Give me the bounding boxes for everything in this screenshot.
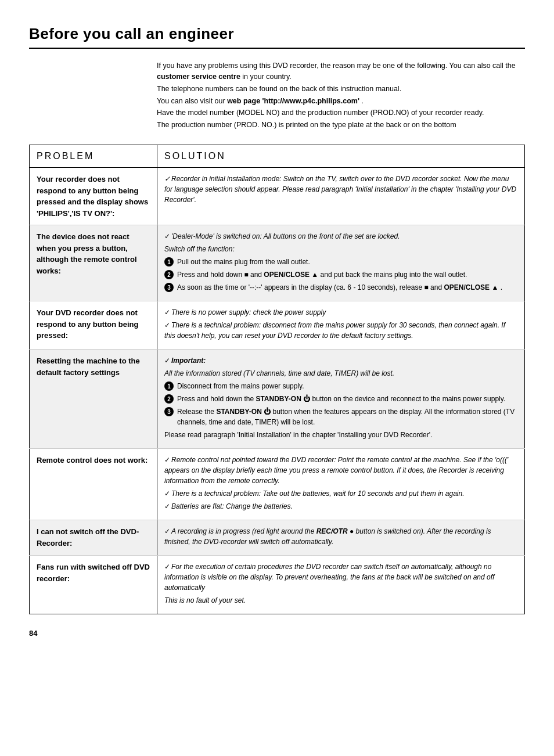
table-row: Fans run with switched off DVD recorder:… bbox=[30, 556, 525, 614]
table-row: The device does not react when you press… bbox=[30, 225, 525, 301]
intro-line-1: If you have any problems using this DVD … bbox=[157, 60, 525, 82]
problem-cell-4: Resetting the machine to the default fac… bbox=[30, 350, 157, 449]
intro-line-3: You can also visit our web page 'http://… bbox=[157, 96, 525, 107]
table-row: I can not switch off the DVD-Recorder: A… bbox=[30, 520, 525, 556]
solution-cell-7: For the execution of certain procedures … bbox=[157, 556, 525, 614]
problem-cell-2: The device does not react when you press… bbox=[30, 225, 157, 301]
solution-cell-3: There is no power supply: check the powe… bbox=[157, 301, 525, 350]
solution-cell-4: Important: All the information stored (T… bbox=[157, 350, 525, 449]
table-row: Resetting the machine to the default fac… bbox=[30, 350, 525, 449]
solution-cell-5: Remote control not pointed toward the DV… bbox=[157, 449, 525, 520]
problem-cell-5: Remote control does not work: bbox=[30, 449, 157, 520]
problem-cell-1: Your recorder does not respond to any bu… bbox=[30, 168, 157, 225]
page-title: Before you call an engineer bbox=[29, 23, 525, 44]
solution-cell-2: 'Dealer-Mode' is switched on: All button… bbox=[157, 225, 525, 301]
title-divider bbox=[29, 48, 525, 49]
intro-section: If you have any problems using this DVD … bbox=[157, 60, 525, 131]
intro-line-4: Have the model number (MODEL NO) and the… bbox=[157, 107, 525, 118]
solution-cell-1: Recorder in initial installation mode: S… bbox=[157, 168, 525, 225]
intro-line-5: The production number (PROD. NO.) is pri… bbox=[157, 120, 525, 131]
table-row: Your DVD recorder does not respond to an… bbox=[30, 301, 525, 350]
problem-cell-7: Fans run with switched off DVD recorder: bbox=[30, 556, 157, 614]
table-row: Remote control does not work: Remote con… bbox=[30, 449, 525, 520]
problem-cell-6: I can not switch off the DVD-Recorder: bbox=[30, 520, 157, 556]
problem-cell-3: Your DVD recorder does not respond to an… bbox=[30, 301, 157, 350]
page-number: 84 bbox=[29, 628, 525, 639]
solution-header: SOLUTION bbox=[157, 145, 525, 167]
intro-line-2: The telephone numbers can be found on th… bbox=[157, 84, 525, 95]
solution-cell-6: A recording is in progress (red light ar… bbox=[157, 520, 525, 556]
table-header-row: PROBLEM SOLUTION bbox=[30, 145, 525, 167]
troubleshoot-table: PROBLEM SOLUTION Your recorder does not … bbox=[29, 145, 525, 614]
problem-header: PROBLEM bbox=[30, 145, 157, 167]
table-row: Your recorder does not respond to any bu… bbox=[30, 168, 525, 225]
